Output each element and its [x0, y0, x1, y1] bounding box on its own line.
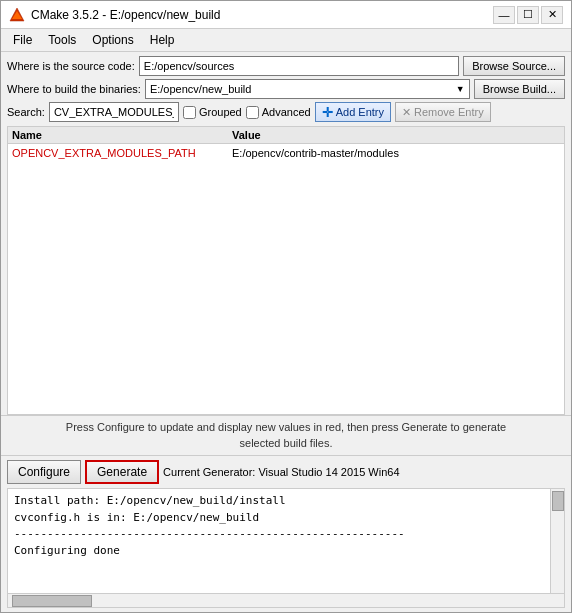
status-text: Press Configure to update and display ne…: [66, 421, 506, 448]
maximize-button[interactable]: ☐: [517, 6, 539, 24]
log-content[interactable]: Install path: E:/opencv/new_build/instal…: [8, 489, 550, 593]
title-left: CMake 3.5.2 - E:/opencv/new_build: [9, 7, 220, 23]
title-bar: CMake 3.5.2 - E:/opencv/new_build — ☐ ✕: [1, 1, 571, 29]
advanced-label: Advanced: [262, 106, 311, 118]
scrollbar-thumb-v[interactable]: [552, 491, 564, 511]
menu-options[interactable]: Options: [84, 31, 141, 49]
log-line: cvconfig.h is in: E:/opencv/new_build: [14, 510, 544, 527]
cell-name: OPENCV_EXTRA_MODULES_PATH: [12, 147, 232, 159]
build-combo-value: E:/opencv/new_build: [150, 83, 252, 95]
remove-icon: ✕: [402, 106, 411, 119]
table-body: OPENCV_EXTRA_MODULES_PATH E:/opencv/cont…: [8, 144, 564, 414]
table-row[interactable]: OPENCV_EXTRA_MODULES_PATH E:/opencv/cont…: [12, 146, 560, 160]
col-value-header: Value: [232, 129, 560, 141]
main-table: Name Value OPENCV_EXTRA_MODULES_PATH E:/…: [7, 126, 565, 415]
source-label: Where is the source code:: [7, 60, 135, 72]
menu-bar: File Tools Options Help: [1, 29, 571, 52]
title-buttons: — ☐ ✕: [493, 6, 563, 24]
grouped-checkbox-group: Grouped: [183, 106, 242, 119]
status-bar: Press Configure to update and display ne…: [1, 415, 571, 455]
minimize-button[interactable]: —: [493, 6, 515, 24]
combo-arrow-icon: ▼: [456, 84, 465, 94]
log-scrollbar-vertical[interactable]: [550, 489, 564, 593]
log-line: Install path: E:/opencv/new_build/instal…: [14, 493, 544, 510]
build-row: Where to build the binaries: E:/opencv/n…: [7, 79, 565, 99]
cmake-icon: [9, 7, 25, 23]
build-combo[interactable]: E:/opencv/new_build ▼: [145, 79, 470, 99]
menu-help[interactable]: Help: [142, 31, 183, 49]
source-row: Where is the source code: Browse Source.…: [7, 56, 565, 76]
menu-tools[interactable]: Tools: [40, 31, 84, 49]
close-button[interactable]: ✕: [541, 6, 563, 24]
table-header: Name Value: [8, 127, 564, 144]
menu-file[interactable]: File: [5, 31, 40, 49]
grouped-checkbox[interactable]: [183, 106, 196, 119]
log-panel: Install path: E:/opencv/new_build/instal…: [7, 488, 565, 608]
configure-button[interactable]: Configure: [7, 460, 81, 484]
log-line: Configuring done: [14, 543, 544, 560]
col-name-header: Name: [12, 129, 232, 141]
title-text: CMake 3.5.2 - E:/opencv/new_build: [31, 8, 220, 22]
add-icon: ✛: [322, 105, 333, 120]
remove-entry-button[interactable]: ✕ Remove Entry: [395, 102, 491, 122]
main-window: CMake 3.5.2 - E:/opencv/new_build — ☐ ✕ …: [0, 0, 572, 613]
search-input[interactable]: [49, 102, 179, 122]
log-line: ----------------------------------------…: [14, 526, 544, 543]
generator-label: Current Generator: Visual Studio 14 2015…: [163, 466, 565, 478]
cell-value: E:/opencv/contrib-master/modules: [232, 147, 560, 159]
build-label: Where to build the binaries:: [7, 83, 141, 95]
action-bar: Configure Generate Current Generator: Vi…: [1, 455, 571, 488]
generate-button[interactable]: Generate: [85, 460, 159, 484]
toolbar: Where is the source code: Browse Source.…: [1, 52, 571, 126]
grouped-label: Grouped: [199, 106, 242, 118]
add-entry-label: Add Entry: [336, 106, 384, 118]
browse-source-button[interactable]: Browse Source...: [463, 56, 565, 76]
source-input[interactable]: [139, 56, 459, 76]
search-row: Search: Grouped Advanced ✛ Add Entry ✕ R…: [7, 102, 565, 122]
advanced-checkbox[interactable]: [246, 106, 259, 119]
log-scrollbar-horizontal[interactable]: [8, 593, 564, 607]
scrollbar-thumb-h[interactable]: [12, 595, 92, 607]
advanced-checkbox-group: Advanced: [246, 106, 311, 119]
search-label: Search:: [7, 106, 45, 118]
remove-entry-label: Remove Entry: [414, 106, 484, 118]
add-entry-button[interactable]: ✛ Add Entry: [315, 102, 391, 122]
browse-build-button[interactable]: Browse Build...: [474, 79, 565, 99]
